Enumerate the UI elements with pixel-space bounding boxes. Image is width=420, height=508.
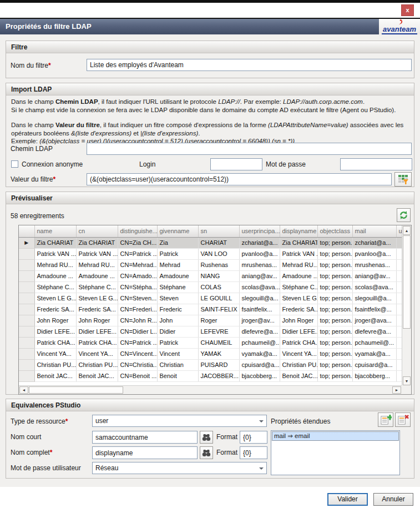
table-cell[interactable]: Patrick bbox=[157, 337, 198, 348]
row-selector[interactable] bbox=[19, 293, 34, 304]
table-cell[interactable]: Steven bbox=[157, 293, 198, 304]
table-cell[interactable]: top; person... bbox=[317, 270, 352, 281]
table-cell[interactable]: CN=Steven... bbox=[118, 293, 157, 304]
table-cell[interactable]: top; person... bbox=[317, 348, 352, 359]
table-cell[interactable]: Patrick VAN ... bbox=[34, 248, 76, 259]
table-cell[interactable]: aniang@av... bbox=[239, 270, 280, 281]
table-cell[interactable]: top; person... bbox=[317, 281, 352, 293]
table-cell[interactable]: Zia CHARIAT bbox=[34, 237, 76, 248]
table-cell[interactable]: aniang@av... bbox=[352, 270, 396, 281]
column-header[interactable]: mail bbox=[352, 225, 396, 237]
table-cell[interactable]: pchaumeil@... bbox=[352, 337, 396, 348]
table-cell[interactable]: top; person... bbox=[317, 293, 352, 304]
table-cell[interactable]: Benoit JAC... bbox=[280, 370, 317, 381]
table-cell[interactable]: Mehrad RU... bbox=[34, 259, 76, 270]
table-row[interactable]: ▶Zia CHARIATZia CHARIATCN=Zia CH...ZiaCH… bbox=[19, 237, 402, 248]
table-cell[interactable]: CN=John R... bbox=[118, 315, 157, 326]
table-cell[interactable]: scolas@ava... bbox=[352, 281, 396, 293]
table-cell[interactable]: Vincent bbox=[157, 348, 198, 359]
column-header[interactable]: distinguishe... bbox=[118, 225, 157, 237]
table-cell[interactable]: CHARIAT bbox=[198, 237, 239, 248]
table-cell[interactable]: YAMAK bbox=[198, 348, 239, 359]
table-cell[interactable]: Roger bbox=[198, 315, 239, 326]
table-cell[interactable]: Didier LEFE... bbox=[76, 326, 118, 337]
table-row[interactable]: John RogerJohn RogerCN=John R...JohnRoge… bbox=[19, 315, 402, 326]
table-cell[interactable]: Rushenas bbox=[198, 259, 239, 270]
table-cell[interactable]: mrushenas... bbox=[239, 259, 280, 270]
table-cell[interactable]: CN=Didier L... bbox=[118, 326, 157, 337]
table-cell[interactable]: jroger@av... bbox=[239, 315, 280, 326]
mot-de-passe-input[interactable] bbox=[340, 158, 412, 170]
table-cell[interactable]: top; person... bbox=[317, 359, 352, 370]
nom-court-input[interactable] bbox=[92, 431, 198, 444]
nom-court-lookup-button[interactable] bbox=[200, 431, 213, 444]
column-header[interactable]: userprincipa... bbox=[239, 225, 280, 237]
table-cell[interactable]: Patrick CHA... bbox=[280, 337, 317, 348]
table-row[interactable]: Patrick CHA...Patrick CHA...CN=Patrick .… bbox=[19, 337, 402, 348]
table-cell[interactable]: NIANG bbox=[198, 270, 239, 281]
type-de-ressource-combo[interactable]: user bbox=[92, 415, 267, 427]
table-row[interactable]: Steven LE G...Steven LE G...CN=Steven...… bbox=[19, 293, 402, 304]
row-selector[interactable] bbox=[19, 370, 34, 381]
table-cell[interactable]: zchariat@a... bbox=[352, 237, 396, 248]
table-cell[interactable]: CN=Benoit ... bbox=[118, 370, 157, 381]
add-property-button[interactable] bbox=[378, 413, 393, 427]
column-header[interactable]: givenname bbox=[157, 225, 198, 237]
table-cell[interactable]: Steven LE G... bbox=[76, 293, 118, 304]
table-row[interactable]: Stéphane C...Stéphane C...CN=Stépha...St… bbox=[19, 281, 402, 293]
table-cell[interactable]: cpuisard@a... bbox=[239, 359, 280, 370]
table-cell[interactable]: Christian PU... bbox=[34, 359, 76, 370]
table-cell[interactable]: vyamak@a... bbox=[352, 348, 396, 359]
column-header[interactable]: name bbox=[34, 225, 76, 237]
row-selector[interactable] bbox=[19, 304, 34, 315]
table-cell[interactable]: Amadoune ... bbox=[34, 270, 76, 281]
table-row[interactable]: Amadoune ...Amadoune ...CN=Amado...Amado… bbox=[19, 270, 402, 281]
table-cell[interactable]: bjacobberg... bbox=[239, 370, 280, 381]
close-button[interactable]: x bbox=[401, 4, 414, 16]
table-cell[interactable]: John bbox=[157, 315, 198, 326]
table-cell[interactable]: Frederic SA... bbox=[76, 304, 118, 315]
table-cell[interactable]: top; person... bbox=[317, 370, 352, 381]
table-cell[interactable]: CN=Zia CH... bbox=[118, 237, 157, 248]
table-cell[interactable]: Patrick bbox=[157, 248, 198, 259]
table-cell[interactable]: Christian PU... bbox=[280, 359, 317, 370]
table-cell[interactable]: CN=Mehrad... bbox=[118, 259, 157, 270]
table-cell[interactable]: CN=Frederi... bbox=[118, 304, 157, 315]
table-cell[interactable]: top; person... bbox=[317, 315, 352, 326]
table-cell[interactable]: dlefevre@a... bbox=[352, 326, 396, 337]
table-cell[interactable]: COLAS bbox=[198, 281, 239, 293]
scroll-right-icon[interactable]: ► bbox=[392, 386, 401, 394]
row-selector[interactable] bbox=[19, 359, 34, 370]
table-cell[interactable]: jroger@ava... bbox=[352, 315, 396, 326]
row-selector[interactable] bbox=[19, 270, 34, 281]
scroll-down-icon[interactable]: ▼ bbox=[403, 376, 411, 385]
scroll-left-icon[interactable]: ◄ bbox=[19, 386, 28, 394]
table-cell[interactable]: mrushenas... bbox=[352, 259, 396, 270]
nom-court-format-input[interactable] bbox=[240, 431, 267, 444]
table-cell[interactable]: John Roger bbox=[76, 315, 118, 326]
table-cell[interactable]: top; person... bbox=[317, 304, 352, 315]
table-cell[interactable]: Vincent YA... bbox=[76, 348, 118, 359]
table-cell[interactable]: Vincent YA... bbox=[34, 348, 76, 359]
table-cell[interactable]: John Roger bbox=[34, 315, 76, 326]
connexion-anonyme-checkbox[interactable] bbox=[11, 160, 18, 168]
table-row[interactable]: Christian PU...Christian PU...CN=Christi… bbox=[19, 359, 402, 370]
test-filter-button[interactable] bbox=[394, 172, 412, 187]
table-cell[interactable]: Stéphane C... bbox=[34, 281, 76, 293]
table-cell[interactable]: Benoit JAC... bbox=[76, 370, 118, 381]
row-selector[interactable] bbox=[19, 259, 34, 270]
table-cell[interactable]: CN=Stépha... bbox=[118, 281, 157, 293]
table-cell[interactable]: pvanloo@a... bbox=[352, 248, 396, 259]
table-cell[interactable]: slegouill@a... bbox=[352, 293, 396, 304]
refresh-button[interactable] bbox=[397, 208, 411, 222]
table-cell[interactable]: Zia CHARIAT bbox=[280, 237, 317, 248]
row-selector[interactable] bbox=[19, 248, 34, 259]
table-cell[interactable]: Steven LE G... bbox=[280, 293, 317, 304]
table-cell[interactable]: Amadoune ... bbox=[76, 270, 118, 281]
row-selector[interactable] bbox=[19, 326, 34, 337]
table-row[interactable]: Frederic SA...Frederic SA...CN=Frederi..… bbox=[19, 304, 402, 315]
row-selector[interactable] bbox=[19, 337, 34, 348]
table-cell[interactable]: Stéphane bbox=[157, 281, 198, 293]
horizontal-scrollbar-thumb[interactable] bbox=[29, 386, 123, 394]
column-header[interactable]: displayname bbox=[280, 225, 317, 237]
